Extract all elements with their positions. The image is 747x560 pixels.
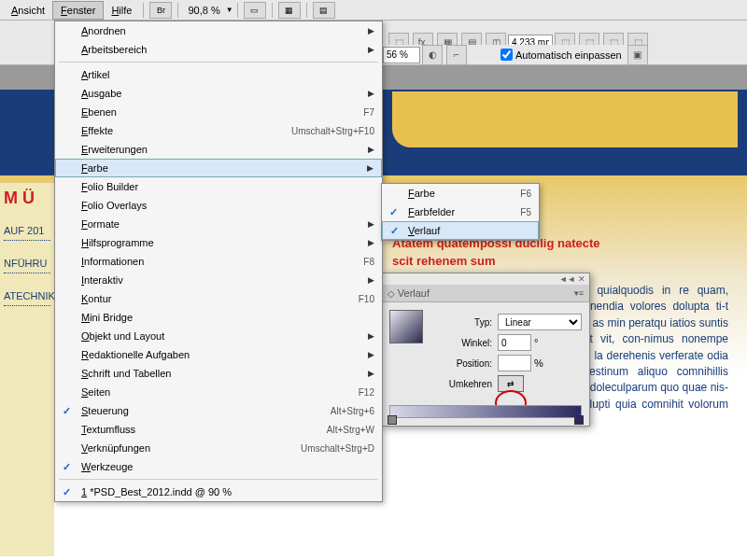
auto-fit-checkbox[interactable]: Automatisch einpassen <box>500 49 622 61</box>
submenu-arrow-icon: ▶ <box>368 145 374 154</box>
menu-hilfe[interactable]: Hilfe <box>104 2 139 19</box>
menu-item-arbeitsbereich[interactable]: Arbeitsbereich▶ <box>55 40 382 59</box>
menu-item-seiten[interactable]: SeitenF12 <box>55 383 382 401</box>
position-label: Position: <box>432 358 492 369</box>
menu-shortcut: Umschalt+Strg+D <box>301 443 374 454</box>
fit-content-icon[interactable]: ▣ <box>627 45 648 65</box>
verlauf-panel[interactable]: ◄◄ ✕ ◇ Verlauf ▾≡ Typ: Linear Winkel: ° <box>381 273 590 427</box>
submenu-arrow-icon: ▶ <box>368 45 374 54</box>
menu-shortcut: F7 <box>363 107 374 118</box>
menu-item-ausgabe[interactable]: Ausgabe▶ <box>55 84 382 103</box>
menu-separator <box>59 62 378 63</box>
check-icon: ✓ <box>63 486 71 498</box>
separator <box>177 3 178 18</box>
typ-select[interactable]: Linear <box>498 314 582 330</box>
menu-item-label: Verknüpfungen <box>81 442 301 454</box>
panel-header[interactable]: ◇ Verlauf ▾≡ <box>382 285 589 302</box>
left-strip-section: AUF 201 <box>4 208 50 241</box>
menu-item-artikel[interactable]: Artikel <box>55 65 382 84</box>
submenu-arrow-icon: ▶ <box>368 238 374 247</box>
gradient-ramp[interactable] <box>389 405 582 418</box>
winkel-label: Winkel: <box>432 338 492 348</box>
menu-item-label: Folio Overlays <box>81 200 374 211</box>
menu-shortcut: F6 <box>520 189 531 199</box>
winkel-input[interactable] <box>498 334 531 351</box>
menu-item-label: Seiten <box>81 386 359 398</box>
check-icon: ✓ <box>389 206 398 218</box>
menu-item-erweiterungen[interactable]: Erweiterungen▶ <box>55 140 382 159</box>
menu-fenster[interactable]: Fenster <box>52 1 104 20</box>
menu-item-informationen[interactable]: InformationenF8 <box>55 252 382 271</box>
left-strip-section: ATECHNIK <box>4 273 50 306</box>
menu-item-redaktionelle-aufgaben[interactable]: Redaktionelle Aufgaben▶ <box>55 345 382 364</box>
separator <box>272 3 273 18</box>
menu-item-1-psd-best-2012-indd-90-[interactable]: ✓1 *PSD_Best_2012.indd @ 90 % <box>55 483 382 501</box>
submenu-item-farbe[interactable]: FarbeF6 <box>382 184 539 203</box>
menubar: Ansicht Fenster Hilfe Br 90,8 % ▼ ▭ ▦ ▤ <box>0 0 747 21</box>
menu-item-label: Arbeitsbereich <box>81 44 374 55</box>
menu-item-hilfsprogramme[interactable]: Hilfsprogramme▶ <box>55 233 382 252</box>
menu-item-interaktiv[interactable]: Interaktiv▶ <box>55 271 382 289</box>
menu-shortcut: Alt+Strg+6 <box>331 406 374 416</box>
typ-label: Typ: <box>432 317 492 328</box>
screen-mode-button[interactable]: ▭ <box>244 2 266 19</box>
dropdown-arrow-icon[interactable]: ▼ <box>226 6 233 14</box>
check-icon: ✓ <box>390 225 399 237</box>
menu-item-anordnen[interactable]: Anordnen▶ <box>55 21 382 40</box>
panel-body: Typ: Linear Winkel: ° Position: % Umkehr <box>382 302 589 426</box>
menu-shortcut: F12 <box>359 387 374 398</box>
submenu-arrow-icon: ▶ <box>368 89 374 98</box>
zoom-level[interactable]: 90,8 % <box>182 5 225 16</box>
panel-tab-title[interactable]: ◇ Verlauf <box>388 287 430 299</box>
separator <box>143 3 144 18</box>
corner-icon[interactable]: ◐ <box>422 45 443 65</box>
menu-item-label: 1 *PSD_Best_2012.indd @ 90 % <box>81 486 374 497</box>
menu-item-effekte[interactable]: EffekteUmschalt+Strg+F10 <box>55 121 382 140</box>
left-strip-section: NFÜHRU <box>4 241 50 273</box>
panel-menu-icon[interactable]: ▾≡ <box>574 288 584 298</box>
gradient-stop-start[interactable] <box>388 415 397 425</box>
winkel-unit: ° <box>534 337 538 348</box>
menu-item-label: Erweiterungen <box>81 144 374 155</box>
menu-item-schrift-und-tabellen[interactable]: Schrift und Tabellen▶ <box>55 364 382 383</box>
submenu-item-label: Farbe <box>408 188 520 199</box>
view-button[interactable]: ▤ <box>313 2 335 19</box>
bridge-button[interactable]: Br <box>149 2 172 19</box>
submenu-item-label: Farbfelder <box>408 206 520 217</box>
fenster-dropdown-menu: Anordnen▶Arbeitsbereich▶ArtikelAusgabe▶E… <box>54 21 383 502</box>
menu-item-folio-builder[interactable]: Folio Builder <box>55 177 382 196</box>
menu-item-label: Artikel <box>81 69 374 80</box>
menu-item-steuerung[interactable]: ✓SteuerungAlt+Strg+6 <box>55 401 382 420</box>
umkehren-button[interactable]: ⇄ <box>498 375 524 392</box>
arrange-button[interactable]: ▦ <box>278 2 301 19</box>
menu-shortcut: F8 <box>363 257 374 267</box>
menu-item-folio-overlays[interactable]: Folio Overlays <box>55 196 382 215</box>
menu-item-label: Schrift und Tabellen <box>81 368 374 379</box>
submenu-arrow-icon: ▶ <box>368 350 374 359</box>
corner-type-icon[interactable]: ⌐ <box>446 45 467 65</box>
menu-shortcut: F10 <box>359 294 374 304</box>
menu-item-ebenen[interactable]: EbenenF7 <box>55 103 382 121</box>
menu-item-farbe[interactable]: Farbe▶ <box>55 159 382 177</box>
menu-item-verkn-pfungen[interactable]: VerknüpfungenUmschalt+Strg+D <box>55 439 382 457</box>
percent-input[interactable] <box>383 47 420 63</box>
separator <box>237 3 238 18</box>
menu-item-objekt-und-layout[interactable]: Objekt und Layout▶ <box>55 327 382 345</box>
menu-item-label: Steuerung <box>81 405 331 416</box>
position-input[interactable] <box>498 355 531 371</box>
menu-separator <box>59 479 378 480</box>
submenu-item-verlauf[interactable]: ✓Verlauf <box>382 221 539 240</box>
menu-item-label: Farbe <box>81 162 374 174</box>
farbe-submenu: FarbeF6✓FarbfelderF5✓Verlauf <box>381 183 540 241</box>
menu-item-formate[interactable]: Formate▶ <box>55 215 382 233</box>
gradient-stop-end[interactable] <box>574 415 584 425</box>
check-icon: ✓ <box>63 461 71 473</box>
menu-item-kontur[interactable]: KonturF10 <box>55 289 382 308</box>
menu-item-textumfluss[interactable]: TextumflussAlt+Strg+W <box>55 420 382 439</box>
menu-item-label: Mini Bridge <box>81 312 374 323</box>
gradient-swatch[interactable] <box>389 310 423 343</box>
menu-ansicht[interactable]: Ansicht <box>4 2 52 19</box>
menu-item-werkzeuge[interactable]: ✓Werkzeuge <box>55 457 382 476</box>
submenu-item-farbfelder[interactable]: ✓FarbfelderF5 <box>382 203 539 221</box>
menu-item-mini-bridge[interactable]: Mini Bridge <box>55 308 382 327</box>
